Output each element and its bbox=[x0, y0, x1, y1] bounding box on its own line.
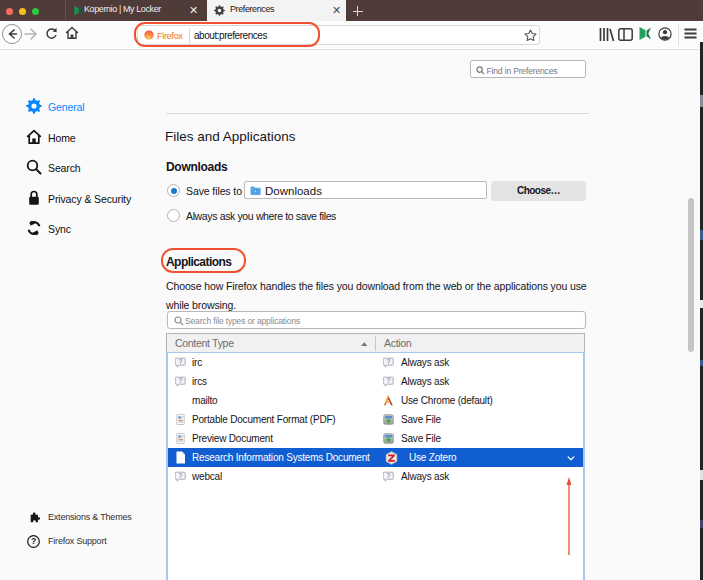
svg-text:?: ? bbox=[387, 358, 391, 365]
svg-text:?: ? bbox=[31, 536, 36, 546]
svg-text:?: ? bbox=[178, 377, 182, 384]
svg-text:?: ? bbox=[178, 472, 182, 479]
svg-text:?: ? bbox=[387, 377, 391, 384]
svg-text:?: ? bbox=[387, 472, 391, 479]
svg-text:?: ? bbox=[178, 358, 182, 365]
